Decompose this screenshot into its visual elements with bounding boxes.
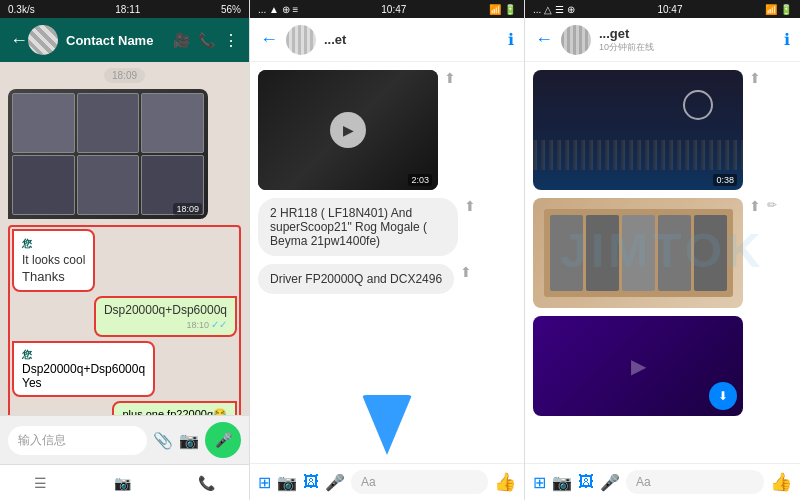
thanks-text: Thanks [22, 269, 85, 284]
right-status-dots: ... △ ☰ ⊕ [533, 4, 575, 15]
bar-video-thumb[interactable] [533, 198, 743, 308]
mid-contact-name: ...et [324, 32, 500, 47]
messenger-header-mid: ← ...et ℹ [250, 18, 524, 62]
concert-duration: 0:38 [713, 174, 737, 186]
call-icon[interactable]: 📞 [198, 32, 215, 48]
dsp-received-text: Dsp20000q+Dsp6000q [22, 362, 145, 376]
share-icon-mid[interactable]: ⬆ [444, 70, 456, 86]
mic-icon-mid[interactable]: 🎤 [325, 473, 345, 492]
right-contact-info: ...get 10分钟前在线 [599, 26, 776, 54]
whatsapp-chat-area: 18:09 18:09 您 It looks cool T [0, 62, 249, 415]
dark-video-row: ▶ ⬇ [533, 316, 792, 416]
dark-video-thumb[interactable]: ▶ ⬇ [533, 316, 743, 416]
input-icons-mid: ⊞ 📷 🖼 🎤 [258, 473, 345, 492]
nav-phone-icon[interactable]: 📞 [198, 475, 215, 491]
bubble-looks-cool: 您 It looks cool Thanks [12, 229, 95, 292]
mic-icon-right[interactable]: 🎤 [600, 473, 620, 492]
status-bar-left: 0.3k/s 18:11 56% [0, 0, 249, 18]
dsp-sent-time: 18:10 ✓✓ [104, 319, 227, 330]
download-button[interactable]: ⬇ [709, 382, 737, 410]
nav-camera-icon[interactable]: 📷 [114, 475, 131, 491]
camera-icon-right[interactable]: 📷 [552, 473, 572, 492]
text-msg-2: Driver FP20000Q and DCX2496 [270, 272, 442, 286]
input-icons-right: ⊞ 📷 🖼 🎤 [533, 473, 620, 492]
right-contact-name: ...get [599, 26, 776, 41]
status-bar-right: ... △ ☰ ⊕ 10:47 📶 🔋 [525, 0, 800, 18]
bubble-dsp-sent: Dsp20000q+Dsp6000q 18:10 ✓✓ [94, 296, 237, 337]
video-duration-mid: 2:03 [408, 174, 432, 186]
messenger-input-bar-mid: ⊞ 📷 🖼 🎤 Aa 👍 [250, 463, 524, 500]
like-icon-mid[interactable]: 👍 [494, 471, 516, 493]
info-icon-right[interactable]: ℹ [784, 30, 790, 49]
video-thumb-mid[interactable]: ▶ 2:03 [258, 70, 438, 190]
video-call-icon[interactable]: 🎥 [173, 32, 190, 48]
yes-text: Yes [22, 376, 145, 390]
chat-title: Contact Name [66, 33, 173, 48]
image-timestamp: 18:09 [173, 203, 202, 215]
text-msg-1: 2 HR118 ( LF18N401) And superScoop21" Ro… [270, 206, 427, 248]
concert-video-thumb[interactable]: 0:38 [533, 70, 743, 190]
right-subtitle: 10分钟前在线 [599, 41, 776, 54]
whatsapp-header: ← Contact Name 🎥 📞 ⋮ [0, 18, 249, 62]
signal-speed: 0.3k/s [8, 4, 35, 15]
back-button-mid[interactable]: ← [260, 29, 278, 50]
whatsapp-panel: 0.3k/s 18:11 56% ← Contact Name 🎥 📞 ⋮ 18… [0, 0, 250, 500]
decorative-shape [362, 395, 412, 455]
looks-cool-text: It looks cool [22, 253, 85, 267]
text-msg-2-row: Driver FP20000Q and DCX2496 ⬆ [258, 264, 516, 294]
attach-icon[interactable]: 📎 [153, 431, 173, 450]
concert-video-row: 0:38 ⬆ [533, 70, 792, 190]
share-icon-concert[interactable]: ⬆ [749, 70, 761, 86]
text-msg-1-row: 2 HR118 ( LF18N401) And superScoop21" Ro… [258, 198, 516, 256]
nav-menu-icon[interactable]: ☰ [34, 475, 47, 491]
sender-label-1: 您 [22, 237, 85, 251]
like-icon-right[interactable]: 👍 [770, 471, 792, 493]
edit-icon-bar[interactable]: ✏ [767, 198, 777, 212]
right-time: 10:47 [657, 4, 682, 15]
mid-icons: 📶 🔋 [489, 4, 516, 15]
double-check: ✓✓ [211, 319, 227, 330]
header-icons: 🎥 📞 ⋮ [173, 31, 239, 50]
speaker-image[interactable]: 18:09 [8, 89, 208, 219]
grid-icon-right[interactable]: ⊞ [533, 473, 546, 492]
camera-icon-mid[interactable]: 📷 [277, 473, 297, 492]
gallery-icon-mid[interactable]: 🖼 [303, 473, 319, 491]
messenger-chat-mid: ▶ 2:03 ⬆ 2 HR118 ( LF18N401) And superSc… [250, 62, 524, 463]
time-left: 18:11 [115, 4, 140, 15]
gallery-icon-right[interactable]: 🖼 [578, 473, 594, 491]
message-input-mid[interactable]: Aa [351, 470, 488, 494]
mid-time: 10:47 [381, 4, 406, 15]
right-input-bar: ⊞ 📷 🖼 🎤 Aa 👍 [525, 463, 800, 500]
messenger-panel-middle: ... ▲ ⊕ ≡ 10:47 📶 🔋 ← ...et ℹ ▶ 2:03 ⬆ 2… [250, 0, 525, 500]
battery-left: 56% [221, 4, 241, 15]
play-icon-small: ▶ [631, 354, 646, 378]
image-message: 18:09 [8, 89, 208, 219]
play-button[interactable]: ▶ [330, 112, 366, 148]
back-button-right[interactable]: ← [535, 29, 553, 50]
contact-avatar [28, 25, 58, 55]
share-icon-1[interactable]: ⬆ [464, 198, 476, 214]
status-bar-mid: ... ▲ ⊕ ≡ 10:47 📶 🔋 [250, 0, 524, 18]
message-input[interactable]: 输入信息 [8, 426, 147, 455]
right-icons: 📶 🔋 [765, 4, 792, 15]
right-avatar [561, 25, 591, 55]
grid-icon-mid[interactable]: ⊞ [258, 473, 271, 492]
text-bubble-1: 2 HR118 ( LF18N401) And superScoop21" Ro… [258, 198, 458, 256]
info-icon-mid[interactable]: ℹ [508, 30, 514, 49]
video-message-row: ▶ 2:03 ⬆ [258, 70, 516, 190]
bottom-nav: ☰ 📷 📞 [0, 464, 249, 500]
highlighted-messages: 您 It looks cool Thanks Dsp20000q+Dsp6000… [8, 225, 241, 415]
camera-icon[interactable]: 📷 [179, 431, 199, 450]
message-input-right[interactable]: Aa [626, 470, 764, 494]
back-icon[interactable]: ← [10, 30, 28, 51]
crowd-decoration [533, 140, 743, 170]
mid-avatar [286, 25, 316, 55]
bubble-dsp-received: 您 Dsp20000q+Dsp6000q Yes [12, 341, 155, 397]
mic-button[interactable]: 🎤 [205, 422, 241, 458]
share-icon-bar[interactable]: ⬆ [749, 198, 761, 214]
menu-icon[interactable]: ⋮ [223, 31, 239, 50]
dsp-sent-text: Dsp20000q+Dsp6000q [104, 303, 227, 317]
whatsapp-input-bar: 输入信息 📎 📷 🎤 [0, 415, 249, 464]
share-icon-2[interactable]: ⬆ [460, 264, 472, 280]
bubble-plus-one: plus one fp22000q😂 18:10 ✓✓ [112, 401, 237, 415]
